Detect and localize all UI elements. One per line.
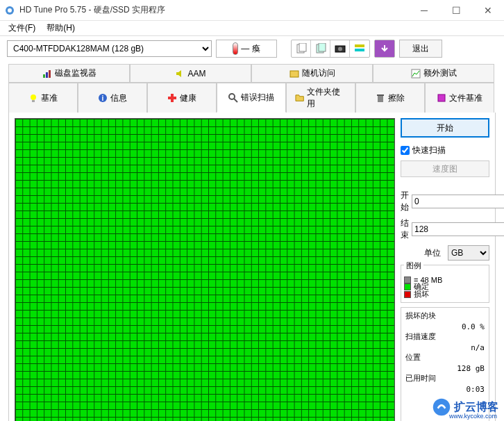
svg-point-1 bbox=[8, 8, 12, 13]
thermometer-icon bbox=[233, 42, 238, 55]
tab-folder-usage[interactable]: 文件夹使用 bbox=[286, 83, 355, 113]
info-icon: i bbox=[98, 93, 108, 103]
folder-icon bbox=[289, 69, 299, 79]
app-icon bbox=[4, 5, 15, 16]
legend-box: 图例 = 48 MB 确定 损坏 bbox=[401, 265, 489, 303]
end-range-input[interactable] bbox=[412, 222, 504, 236]
svg-rect-13 bbox=[290, 71, 299, 77]
svg-rect-9 bbox=[355, 49, 364, 51]
speed-map-button[interactable]: 速度图 bbox=[401, 160, 489, 177]
quick-scan-label: 快速扫描 bbox=[412, 145, 446, 156]
menu-help[interactable]: 帮助(H) bbox=[41, 21, 81, 35]
svg-rect-24 bbox=[377, 94, 384, 96]
quick-scan-checkbox[interactable] bbox=[401, 146, 410, 155]
tab-disk-monitor[interactable]: 磁盘监视器 bbox=[8, 64, 130, 83]
bulb-icon bbox=[28, 93, 38, 103]
end-range-label: 结束 bbox=[401, 217, 409, 241]
svg-rect-23 bbox=[378, 96, 383, 102]
chart-icon bbox=[42, 69, 52, 79]
svg-rect-5 bbox=[319, 43, 326, 51]
tab-benchmark[interactable]: 基准 bbox=[8, 83, 78, 113]
copy-text-icon[interactable] bbox=[292, 40, 311, 57]
screenshot-icon[interactable] bbox=[330, 40, 350, 57]
svg-rect-11 bbox=[46, 72, 48, 78]
speaker-icon bbox=[175, 69, 185, 79]
svg-rect-16 bbox=[32, 100, 35, 102]
unit-select[interactable]: GB bbox=[448, 245, 489, 261]
tab-random-access[interactable]: 随机访问 bbox=[251, 64, 373, 83]
folder-open-icon bbox=[295, 93, 304, 103]
menu-file[interactable]: 文件(F) bbox=[3, 21, 41, 35]
watermark: 扩云博客 bbox=[432, 397, 498, 417]
tab-erase[interactable]: 擦除 bbox=[355, 83, 425, 113]
svg-rect-25 bbox=[438, 94, 445, 101]
svg-rect-8 bbox=[355, 44, 364, 47]
svg-point-7 bbox=[338, 47, 342, 51]
svg-rect-12 bbox=[49, 70, 51, 78]
minimize-button[interactable]: ─ bbox=[408, 0, 440, 21]
tab-file-benchmark[interactable]: 文件基准 bbox=[425, 83, 494, 113]
svg-line-22 bbox=[234, 99, 237, 102]
close-button[interactable]: ✕ bbox=[472, 0, 504, 21]
svg-point-21 bbox=[229, 94, 235, 99]
scan-grid bbox=[15, 118, 395, 421]
temperature-display: — 瘓 bbox=[216, 40, 277, 58]
svg-rect-10 bbox=[43, 74, 45, 78]
window-title: HD Tune Pro 5.75 - 硬盘/SSD 实用程序 bbox=[19, 4, 408, 16]
tab-health[interactable]: 健康 bbox=[147, 83, 217, 113]
health-icon bbox=[167, 93, 177, 103]
trash-icon bbox=[376, 93, 385, 103]
exit-button[interactable]: 退出 bbox=[399, 40, 442, 58]
stats-icon bbox=[411, 69, 421, 79]
tab-aam[interactable]: AAM bbox=[130, 64, 251, 83]
save-icon[interactable] bbox=[375, 40, 394, 57]
start-button[interactable]: 开始 bbox=[401, 118, 489, 138]
maximize-button[interactable]: ☐ bbox=[440, 0, 472, 21]
start-range-input[interactable] bbox=[412, 195, 504, 208]
svg-rect-20 bbox=[168, 97, 176, 99]
tab-info[interactable]: i 信息 bbox=[78, 83, 147, 113]
copy-screenshot-icon[interactable] bbox=[311, 40, 330, 57]
svg-text:i: i bbox=[102, 94, 104, 102]
tab-error-scan[interactable]: 错误扫描 bbox=[217, 83, 286, 113]
settings-icon[interactable] bbox=[350, 40, 369, 57]
disk-icon bbox=[437, 93, 446, 103]
svg-point-15 bbox=[31, 94, 36, 100]
drive-select[interactable]: C400-MTFDDAK128MAM (128 gB) bbox=[7, 40, 212, 57]
start-range-label: 开始 bbox=[401, 190, 409, 213]
tab-extra-tests[interactable]: 额外测试 bbox=[373, 64, 494, 83]
svg-rect-3 bbox=[299, 43, 306, 51]
svg-point-26 bbox=[433, 399, 451, 416]
search-icon bbox=[228, 93, 238, 103]
unit-label: 单位 bbox=[424, 247, 441, 259]
